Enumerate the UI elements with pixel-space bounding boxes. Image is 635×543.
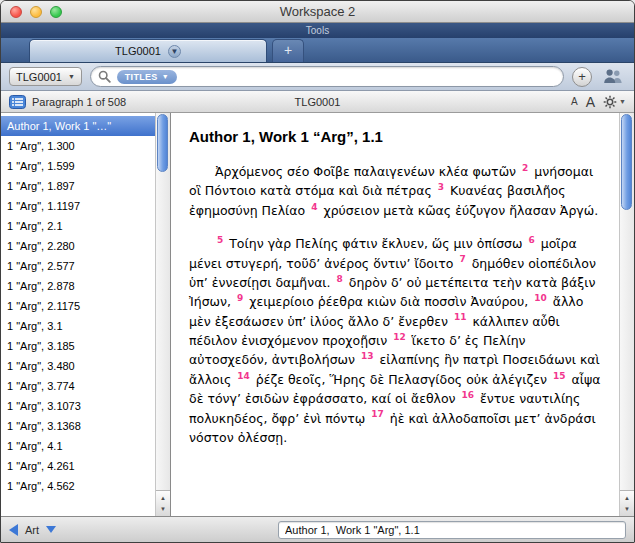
line-number: 16 [462,390,475,400]
search-toolbar: TLG0001 ▼ TITLES ▼ + [1,63,634,91]
list-item[interactable]: 1 "Arg", 2.1 [1,216,155,236]
greek-paragraph: 5 Τοίην γὰρ Πελίης φάτιν ἔκλυεν, ὥς μιν … [189,234,606,447]
font-larger-button[interactable]: A [586,94,595,110]
scrollbar-thumb[interactable] [157,114,168,172]
line-number: 5 [217,235,223,245]
search-input[interactable] [183,70,556,84]
sidebar-scrollbar[interactable]: ▲ ▼ [155,113,170,516]
line-number: 15 [553,371,566,381]
list-item[interactable]: 1 "Arg", 2.577 [1,256,155,276]
nav-back-icon[interactable] [9,524,18,536]
add-button[interactable]: + [572,67,592,87]
action-menu[interactable]: ▼ [603,95,626,109]
scrollbar-arrows: ▲ ▼ [156,490,170,516]
paragraph-status: Paragraph 1 of 508 [32,96,126,108]
window-controls [10,6,62,18]
close-button[interactable] [10,6,22,18]
text-pane: Author 1, Work 1 “Arg”, 1.1 Ἀρχόμενος σέ… [171,113,634,516]
list-item[interactable]: 1 "Arg", 1.300 [1,136,155,156]
app-window: Workspace 2 Tools TLG0001 ▼ + TLG0001 ▼ … [0,0,635,543]
list-item[interactable]: 1 "Arg", 3.185 [1,336,155,356]
scroll-up-icon[interactable]: ▲ [160,495,166,501]
minimize-button[interactable] [30,6,42,18]
scroll-up-icon[interactable]: ▲ [624,495,630,501]
list-item[interactable]: 1 "Arg", 1.1197 [1,196,155,216]
chevron-down-icon: ▼ [162,73,169,80]
text-scrollbar[interactable]: ▲ ▼ [619,113,634,516]
line-number: 3 [438,182,444,192]
tab-tlg0001[interactable]: TLG0001 ▼ [29,39,267,62]
scrollbar-thumb[interactable] [621,114,632,210]
scroll-down-icon[interactable]: ▼ [624,506,630,512]
line-number: 9 [237,293,243,303]
paragraph-view-icon[interactable] [9,95,26,109]
location-field[interactable] [278,521,626,539]
tools-band: Tools [1,23,634,38]
line-number: 6 [528,235,534,245]
list-item[interactable]: 1 "Arg", 4.261 [1,456,155,476]
chevron-down-icon: ▼ [68,73,75,80]
line-number: 12 [393,332,406,342]
list-item[interactable]: 1 "Arg", 3.1368 [1,416,155,436]
scroll-down-icon[interactable]: ▼ [160,506,166,512]
list-item[interactable]: 1 "Arg", 3.774 [1,376,155,396]
list-item[interactable]: 1 "Arg", 1.897 [1,176,155,196]
tab-label: TLG0001 [115,45,161,57]
greek-text: Ἀρχόμενος σέο Φοῖβε παλαιγενέων κλέα φωτ… [189,162,606,447]
list-item[interactable]: Author 1, Work 1 "…" [1,116,155,136]
line-number: 4 [311,202,317,212]
search-scope-pill[interactable]: TITLES ▼ [117,70,177,84]
content-header-right: A A ▼ [571,94,626,110]
document-content: Author 1, Work 1 “Arg”, 1.1 Ἀρχόμενος σέ… [171,113,619,516]
list-item[interactable]: 1 "Arg", 3.1073 [1,396,155,416]
line-number: 13 [361,351,374,361]
font-smaller-button[interactable]: A [571,96,578,107]
list-item[interactable]: 1 "Arg", 2.878 [1,276,155,296]
line-number: 7 [459,254,465,264]
document-heading: Author 1, Work 1 “Arg”, 1.1 [189,128,606,145]
line-number: 10 [534,293,547,303]
citation-sidebar: Author 1, Work 1 "…"1 "Arg", 1.3001 "Arg… [1,113,171,516]
line-number: 14 [237,371,250,381]
tools-label: Tools [306,25,329,36]
content-header-left: Paragraph 1 of 508 [9,95,126,109]
tab-dropdown-icon[interactable]: ▼ [168,45,181,58]
content-header: Paragraph 1 of 508 TLG0001 A A ▼ [1,91,634,113]
corpus-select[interactable]: TLG0001 ▼ [9,67,82,86]
scrollbar-arrows: ▲ ▼ [620,490,634,516]
list-item[interactable]: 1 "Arg", 4.1 [1,436,155,456]
line-number: 17 [371,409,384,419]
list-item[interactable]: 1 "Arg", 4.562 [1,476,155,496]
list-item[interactable]: 1 "Arg", 2.280 [1,236,155,256]
list-item[interactable]: 1 "Arg", 1.599 [1,156,155,176]
search-icon [98,70,111,83]
line-number: 8 [337,274,343,284]
sidebar-list: Author 1, Work 1 "…"1 "Arg", 1.3001 "Arg… [1,116,155,516]
main-area: Author 1, Work 1 "…"1 "Arg", 1.3001 "Arg… [1,113,634,516]
corpus-select-label: TLG0001 [16,71,62,83]
list-item[interactable]: 1 "Arg", 2.1175 [1,296,155,316]
nav-label: Art [25,524,39,536]
line-number: 2 [522,163,528,173]
people-icon[interactable] [600,68,626,85]
chevron-down-icon: ▼ [619,98,626,105]
list-item[interactable]: 1 "Arg", 3.480 [1,356,155,376]
window-title: Workspace 2 [280,4,356,19]
gear-icon [603,95,617,109]
nav-dropdown-icon[interactable] [46,526,56,533]
search-field[interactable]: TITLES ▼ [90,66,564,87]
line-number: 11 [454,312,467,322]
tab-bar: TLG0001 ▼ + [1,38,634,63]
greek-paragraph: Ἀρχόμενος σέο Φοῖβε παλαιγενέων κλέα φωτ… [189,162,606,220]
title-bar[interactable]: Workspace 2 [1,1,634,23]
status-footer: Art [1,516,634,542]
zoom-button[interactable] [50,6,62,18]
search-scope-label: TITLES [125,72,158,82]
list-item[interactable]: 1 "Arg", 3.1 [1,316,155,336]
new-tab-button[interactable]: + [272,39,304,62]
